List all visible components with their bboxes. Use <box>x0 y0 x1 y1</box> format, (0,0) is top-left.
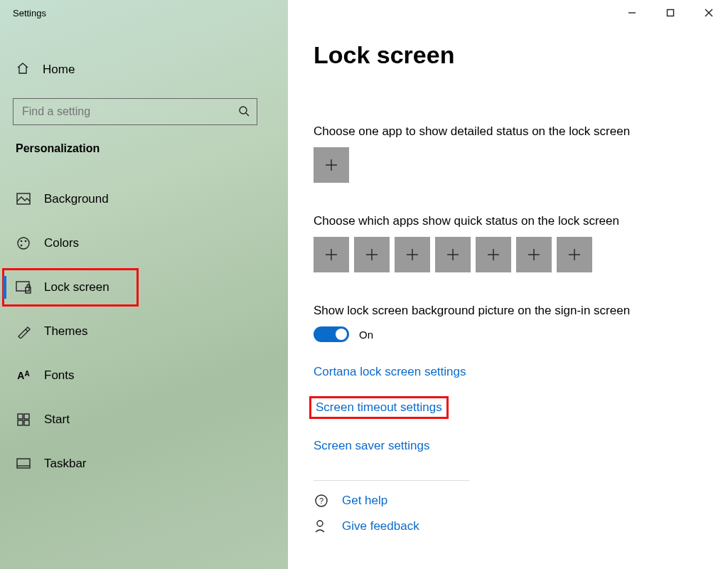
svg-rect-16 <box>24 420 29 425</box>
get-help-row: ? Get help <box>314 494 728 508</box>
add-quick-status-app[interactable] <box>476 237 511 272</box>
title-bar: Settings <box>0 0 288 26</box>
detailed-status-label: Choose one app to show detailed status o… <box>314 124 728 139</box>
maximize-button[interactable] <box>651 0 690 26</box>
svg-line-5 <box>246 113 249 116</box>
detailed-status-row <box>314 147 728 183</box>
divider <box>314 480 470 481</box>
screen-timeout-highlight: Screen timeout settings <box>309 396 449 419</box>
nav-list: Background Colors Lock screen Themes <box>0 181 288 482</box>
sidebar-item-fonts[interactable]: AA Fonts <box>0 357 288 394</box>
give-feedback-row: Give feedback <box>314 519 728 533</box>
minimize-button[interactable] <box>613 0 651 26</box>
sidebar-item-label: Lock screen <box>44 280 109 294</box>
window-title: Settings <box>13 8 46 18</box>
svg-point-7 <box>18 238 29 249</box>
palette-icon <box>16 236 31 250</box>
add-detailed-status-app[interactable] <box>314 147 349 183</box>
close-button[interactable] <box>690 0 728 26</box>
sidebar-item-label: Colors <box>44 236 79 250</box>
home-nav[interactable]: Home <box>0 51 288 88</box>
home-label: Home <box>43 63 75 77</box>
sidebar-item-label: Start <box>44 413 70 427</box>
svg-point-9 <box>25 240 27 243</box>
sidebar: Settings Home Personalization Backgro <box>0 0 288 569</box>
signin-bg-toggle[interactable] <box>314 326 349 342</box>
svg-rect-12 <box>26 287 31 293</box>
search-input[interactable] <box>21 105 220 119</box>
signin-bg-toggle-state: On <box>359 329 373 341</box>
sidebar-item-colors[interactable]: Colors <box>0 225 288 262</box>
sidebar-item-label: Background <box>44 192 109 206</box>
svg-rect-14 <box>24 414 29 419</box>
svg-rect-17 <box>17 459 30 468</box>
help-icon: ? <box>314 494 329 508</box>
signin-bg-toggle-row: On <box>314 326 728 342</box>
search-box[interactable] <box>13 98 257 125</box>
svg-point-37 <box>317 521 323 526</box>
sidebar-item-label: Fonts <box>44 368 75 383</box>
svg-point-8 <box>21 240 23 243</box>
search-icon <box>238 105 250 119</box>
svg-point-10 <box>21 245 23 247</box>
add-quick-status-app[interactable] <box>395 237 430 272</box>
cortana-settings-link[interactable]: Cortana lock screen settings <box>314 365 466 379</box>
lock-screen-icon <box>16 281 31 294</box>
sidebar-item-taskbar[interactable]: Taskbar <box>0 445 288 482</box>
sidebar-item-label: Taskbar <box>44 457 87 471</box>
settings-window: Settings Home Personalization Backgro <box>0 0 728 569</box>
add-quick-status-app[interactable] <box>557 237 592 272</box>
sidebar-item-lock-screen[interactable]: Lock screen <box>3 269 138 306</box>
svg-rect-1 <box>668 10 674 16</box>
screen-timeout-link[interactable]: Screen timeout settings <box>316 400 442 415</box>
themes-icon <box>16 324 31 339</box>
sidebar-item-background[interactable]: Background <box>0 181 288 218</box>
quick-status-row <box>314 237 728 272</box>
svg-text:?: ? <box>319 496 323 505</box>
get-help-link[interactable]: Get help <box>342 494 387 508</box>
give-feedback-link[interactable]: Give feedback <box>342 519 419 533</box>
add-quick-status-app[interactable] <box>354 237 390 272</box>
taskbar-icon <box>16 458 31 469</box>
svg-rect-13 <box>18 414 23 419</box>
feedback-icon <box>314 519 329 533</box>
add-quick-status-app[interactable] <box>435 237 471 272</box>
fonts-icon: AA <box>16 370 31 381</box>
sidebar-item-label: Themes <box>44 324 87 339</box>
search-row <box>13 98 275 125</box>
content-pane: Lock screen Choose one app to show detai… <box>288 0 728 569</box>
signin-bg-label: Show lock screen background picture on t… <box>314 304 728 318</box>
svg-point-4 <box>240 107 247 114</box>
screen-saver-link[interactable]: Screen saver settings <box>314 439 429 453</box>
add-quick-status-app[interactable] <box>314 237 349 272</box>
section-header: Personalization <box>0 142 288 168</box>
start-icon <box>16 413 31 426</box>
picture-icon <box>16 193 31 206</box>
home-icon <box>16 61 30 79</box>
window-controls <box>613 0 728 26</box>
quick-status-label: Choose which apps show quick status on t… <box>314 214 728 228</box>
sidebar-item-start[interactable]: Start <box>0 401 288 438</box>
svg-rect-15 <box>18 420 23 425</box>
page-title: Lock screen <box>314 41 728 69</box>
sidebar-item-themes[interactable]: Themes <box>0 313 288 350</box>
add-quick-status-app[interactable] <box>516 237 552 272</box>
